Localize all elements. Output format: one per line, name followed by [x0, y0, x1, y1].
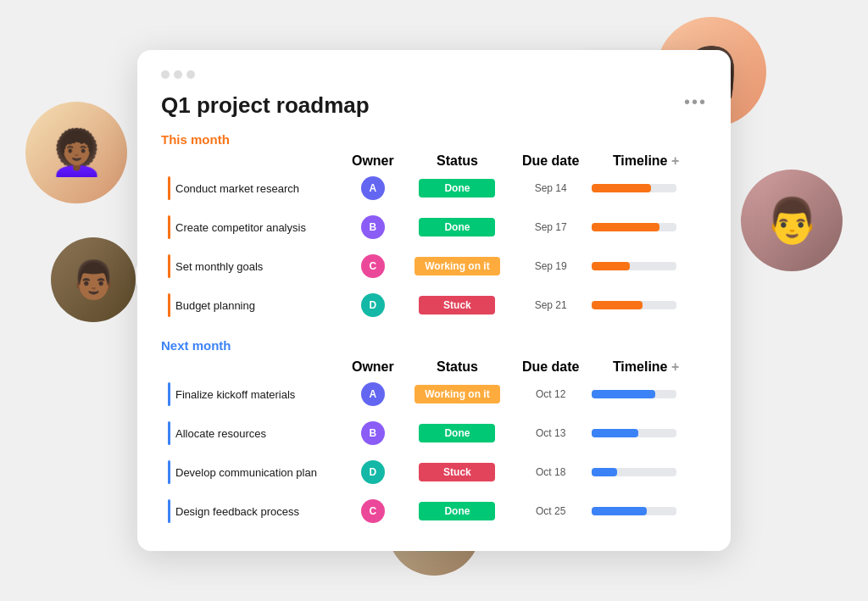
- task-name: Conduct market research: [175, 182, 299, 195]
- status-badge[interactable]: Stuck: [419, 296, 495, 314]
- avatar-initial: D: [369, 299, 376, 311]
- window-dot-1: [161, 70, 170, 79]
- avatar-left-mid: 👨🏾: [51, 237, 136, 322]
- task-left-bar: [168, 176, 170, 200]
- col-owner-2: Owner: [348, 359, 398, 375]
- avatar: C: [361, 254, 385, 278]
- add-column-icon-1[interactable]: +: [671, 153, 679, 168]
- owner-cell: B: [348, 208, 398, 247]
- status-badge[interactable]: Done: [419, 424, 495, 442]
- task-name-cell: Develop communication plan: [161, 453, 348, 492]
- owner-cell: C: [348, 247, 398, 286]
- status-cell[interactable]: Stuck: [398, 453, 517, 492]
- timeline-bar-fill: [592, 468, 617, 476]
- owner-cell: A: [348, 169, 398, 208]
- task-name: Create competitor analysis: [175, 221, 306, 234]
- task-name: Budget planning: [175, 299, 255, 312]
- task-name: Set monthly goals: [175, 260, 263, 273]
- due-date-cell: Oct 25: [516, 492, 585, 531]
- timeline-cell: [585, 492, 707, 531]
- task-name-cell: Finalize kickoff materials: [161, 375, 348, 414]
- table-row: Finalize kickoff materials A Working on …: [161, 375, 707, 414]
- status-cell[interactable]: Stuck: [398, 286, 517, 325]
- timeline-cell: [585, 286, 707, 325]
- timeline-cell: [585, 208, 707, 247]
- table-row: Design feedback process C Done Oct 25: [161, 492, 707, 531]
- avatar-initial: D: [369, 466, 376, 478]
- due-date-cell: Oct 13: [516, 414, 585, 453]
- due-date-cell: Sep 19: [516, 247, 585, 286]
- timeline-cell: [585, 169, 707, 208]
- status-badge[interactable]: Stuck: [419, 463, 495, 481]
- col-status-2: Status: [398, 359, 517, 375]
- window-dots: [161, 70, 707, 79]
- col-timeline-2: Timeline +: [585, 359, 707, 375]
- avatar: D: [361, 293, 385, 317]
- next-month-title: Next month: [161, 338, 707, 353]
- task-left-bar: [168, 382, 170, 406]
- status-cell[interactable]: Working on it: [398, 247, 517, 286]
- avatar: C: [361, 499, 385, 523]
- due-date-cell: Oct 18: [516, 453, 585, 492]
- status-badge[interactable]: Working on it: [415, 257, 499, 275]
- table-row: Conduct market research A Done Sep 14: [161, 169, 707, 208]
- task-name-cell: Conduct market research: [161, 169, 348, 208]
- owner-cell: A: [348, 375, 398, 414]
- timeline-bar-fill: [592, 301, 643, 309]
- page-title: Q1 project roadmap: [161, 92, 707, 119]
- status-badge[interactable]: Done: [419, 218, 495, 237]
- task-left-bar: [168, 421, 170, 445]
- more-options-icon[interactable]: •••: [684, 92, 707, 112]
- due-date-cell: Sep 17: [516, 208, 585, 247]
- timeline-bar-fill: [592, 429, 638, 437]
- timeline-bar-fill: [592, 262, 630, 270]
- col-task-2: [161, 359, 348, 375]
- col-status-1: Status: [398, 153, 517, 169]
- timeline-bar-container: [592, 223, 676, 231]
- status-cell[interactable]: Done: [398, 169, 517, 208]
- timeline-cell: [585, 453, 707, 492]
- timeline-cell: [585, 247, 707, 286]
- avatar-initial: A: [369, 388, 376, 400]
- status-cell[interactable]: Done: [398, 492, 517, 531]
- avatar: D: [361, 460, 385, 484]
- avatar: B: [361, 421, 385, 445]
- task-name: Develop communication plan: [175, 466, 317, 479]
- due-date-cell: Sep 21: [516, 286, 585, 325]
- status-badge[interactable]: Done: [419, 502, 495, 520]
- timeline-cell: [585, 375, 707, 414]
- status-cell[interactable]: Done: [398, 208, 517, 247]
- col-duedate-2: Due date: [516, 359, 585, 375]
- owner-cell: D: [348, 453, 398, 492]
- window-dot-3: [186, 70, 195, 79]
- task-left-bar: [168, 499, 170, 523]
- task-left-bar: [168, 460, 170, 484]
- timeline-cell: [585, 414, 707, 453]
- next-month-section: Next month Owner Status Due date Timelin…: [161, 338, 707, 531]
- avatar: B: [361, 215, 385, 239]
- col-timeline-1: Timeline +: [585, 153, 707, 169]
- table-row: Budget planning D Stuck Sep 21: [161, 286, 707, 325]
- timeline-bar-fill: [592, 390, 655, 398]
- window-card: Q1 project roadmap ••• This month Owner …: [137, 50, 731, 551]
- timeline-bar-container: [592, 507, 676, 515]
- task-name: Design feedback process: [175, 505, 299, 518]
- next-month-table: Owner Status Due date Timeline + Finaliz…: [161, 359, 707, 531]
- task-name-cell: Budget planning: [161, 286, 348, 325]
- avatar-initial: B: [369, 221, 376, 233]
- status-cell[interactable]: Done: [398, 414, 517, 453]
- task-left-bar: [168, 254, 170, 278]
- status-badge[interactable]: Done: [419, 179, 495, 198]
- owner-cell: B: [348, 414, 398, 453]
- status-cell[interactable]: Working on it: [398, 375, 517, 414]
- avatar-initial: A: [369, 182, 376, 194]
- avatar-initial: B: [369, 427, 376, 439]
- owner-cell: D: [348, 286, 398, 325]
- status-badge[interactable]: Working on it: [415, 385, 499, 403]
- avatar-initial: C: [369, 260, 376, 272]
- due-date-cell: Oct 12: [516, 375, 585, 414]
- add-column-icon-2[interactable]: +: [671, 359, 679, 374]
- task-left-bar: [168, 215, 170, 239]
- table-row: Set monthly goals C Working on it Sep 19: [161, 247, 707, 286]
- avatar: A: [361, 176, 385, 200]
